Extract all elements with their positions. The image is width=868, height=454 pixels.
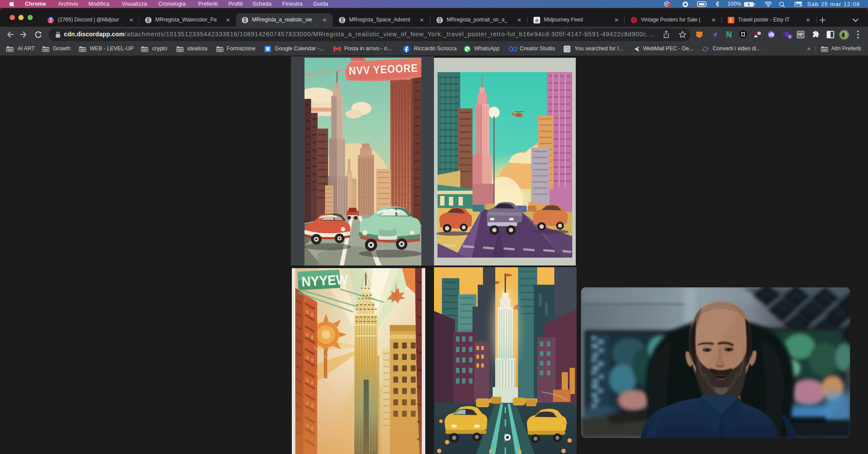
svg-text:24K: 24K [49,20,53,23]
svg-text:5: 5 [789,34,791,39]
svg-text:31: 31 [266,47,270,51]
svg-text:NYYEW: NYYEW [301,272,348,289]
svg-text:E: E [729,17,732,23]
